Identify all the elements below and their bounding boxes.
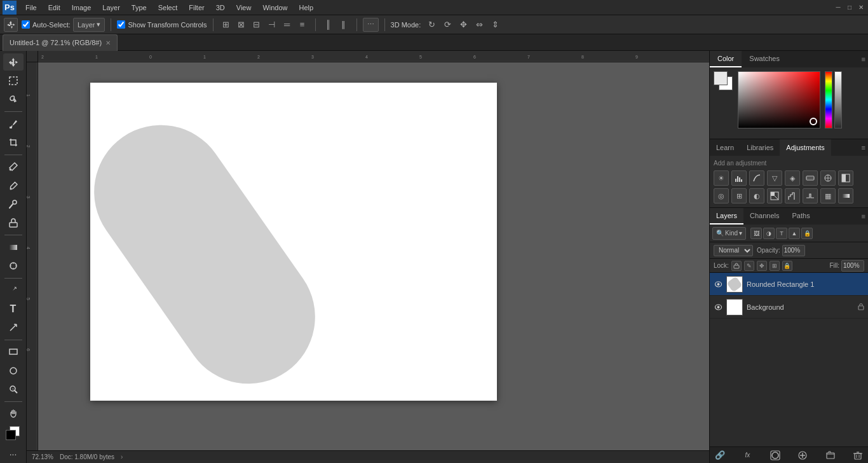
menu-view[interactable]: View (231, 3, 257, 13)
canvas-area[interactable]: 2 1 0 1 2 3 4 5 6 7 8 9 1 2 3 4 5 (27, 51, 709, 463)
add-mask-btn[interactable] (769, 449, 782, 462)
selective-color-btn[interactable]: ▦ (820, 188, 836, 204)
threshold-btn[interactable] (803, 188, 818, 204)
tab-paths[interactable]: Paths (786, 208, 817, 225)
filter-shape-layers[interactable]: ▲ (789, 228, 800, 239)
posterize-btn[interactable] (785, 188, 800, 204)
hue-saturation-btn[interactable] (803, 170, 818, 186)
invert-btn[interactable] (767, 188, 782, 204)
fill-input[interactable] (841, 260, 864, 272)
align-right-edges[interactable]: ⊟ (250, 18, 264, 32)
show-transform-checkbox[interactable] (117, 20, 125, 29)
more-tools-button[interactable]: ··· (3, 446, 24, 463)
layers-panel-options[interactable]: ≡ (862, 212, 865, 220)
layer-dropdown[interactable]: Layer ▾ (73, 18, 105, 32)
maximize-button[interactable]: □ (845, 3, 854, 12)
tab-color[interactable]: Color (710, 51, 742, 67)
lasso-tool[interactable] (3, 91, 24, 108)
tab-libraries[interactable]: Libraries (740, 139, 780, 156)
lock-transparent-pixels[interactable] (731, 261, 742, 271)
zoom-tool[interactable]: + (3, 381, 24, 398)
opacity-slider[interactable] (834, 71, 842, 128)
align-top-edges[interactable]: ⊣ (265, 18, 279, 32)
3d-roll[interactable]: ⟳ (440, 18, 454, 32)
hue-slider[interactable] (825, 71, 832, 128)
move-tool[interactable] (3, 53, 24, 71)
brush-tool[interactable] (3, 177, 24, 194)
status-expand[interactable]: › (121, 453, 123, 460)
minimize-button[interactable]: ─ (834, 3, 843, 12)
layer-row[interactable]: Background (710, 296, 868, 319)
menu-edit[interactable]: Edit (43, 3, 65, 13)
blur-tool[interactable] (3, 257, 24, 274)
pen-tool[interactable] (3, 282, 24, 299)
tab-channels[interactable]: Channels (743, 208, 785, 225)
crop-tool[interactable] (3, 134, 24, 151)
filter-smart-layers[interactable]: 🔒 (801, 228, 813, 239)
tab-swatches[interactable]: Swatches (742, 51, 787, 67)
foreground-color-swatch[interactable] (714, 71, 728, 85)
black-white-btn[interactable] (838, 170, 853, 186)
vibrance-btn[interactable]: ◈ (785, 170, 800, 186)
tab-adjustments[interactable]: Adjustments (780, 139, 831, 156)
tab-layers[interactable]: Layers (710, 208, 743, 225)
3d-pan[interactable]: ✥ (456, 18, 470, 32)
selection-tool[interactable] (3, 72, 24, 89)
color-gradient[interactable] (738, 71, 820, 128)
tab-learn[interactable]: Learn (710, 139, 740, 156)
curves-btn[interactable] (749, 170, 764, 186)
align-centers-v[interactable]: ═ (280, 18, 294, 32)
menu-help[interactable]: Help (294, 3, 319, 13)
add-adjustment-layer-btn[interactable] (796, 449, 809, 462)
layer-visibility-rounded-rect[interactable] (714, 280, 722, 289)
channel-mixer-btn[interactable]: ⊞ (731, 188, 747, 204)
menu-layer[interactable]: Layer (97, 3, 125, 13)
eyedropper-tool[interactable] (3, 115, 24, 132)
3d-slide[interactable]: ⇔ (472, 18, 486, 32)
filter-type-layers[interactable]: T (776, 228, 787, 239)
close-button[interactable]: ✕ (857, 3, 865, 12)
rectangle-tool[interactable] (3, 343, 24, 361)
lock-artboard[interactable]: ⊞ (770, 261, 780, 271)
align-bottom-edges[interactable]: ≡ (295, 18, 309, 32)
clone-stamp-tool[interactable] (3, 195, 24, 212)
menu-select[interactable]: Select (153, 3, 183, 13)
menu-image[interactable]: Image (67, 3, 97, 13)
filter-adjustment-layers[interactable]: ◑ (763, 228, 775, 239)
color-lookup-btn[interactable]: ◐ (749, 188, 764, 204)
document-tab[interactable]: Untitled-1 @ 72.1% (RGB/8#) ✕ (3, 34, 118, 51)
hand-tool[interactable] (3, 405, 24, 422)
gradient-tool[interactable] (3, 238, 24, 256)
gradient-map-btn[interactable] (838, 188, 853, 204)
filter-pixel-layers[interactable]: 🖼 (750, 228, 762, 239)
link-layers-btn[interactable]: 🔗 (714, 449, 726, 462)
eraser-tool[interactable] (3, 214, 24, 232)
menu-file[interactable]: File (20, 3, 42, 13)
3d-scale[interactable]: ⇕ (488, 18, 502, 32)
layer-row[interactable]: Rounded Rectangle 1 (710, 273, 868, 296)
shape-tool[interactable] (3, 362, 24, 379)
layer-visibility-background[interactable] (714, 303, 722, 312)
exposure-btn[interactable]: ▽ (767, 170, 782, 186)
lock-position[interactable]: ✥ (757, 261, 767, 271)
kind-filter-btn[interactable]: 🔍 Kind ▾ (712, 227, 746, 240)
path-selection-tool[interactable] (3, 319, 24, 336)
levels-btn[interactable] (731, 170, 747, 186)
photo-filter-btn[interactable]: ◎ (714, 188, 729, 204)
tab-close-button[interactable]: ✕ (105, 39, 111, 46)
align-left-edges[interactable]: ⊞ (219, 18, 233, 32)
distribute-v[interactable]: ∥ (337, 18, 351, 32)
layer-effects-btn[interactable]: fx (741, 449, 754, 462)
menu-window[interactable]: Window (257, 3, 292, 13)
blend-mode-select[interactable]: Normal Multiply Screen (714, 245, 753, 256)
healing-brush-tool[interactable] (3, 158, 24, 176)
align-centers-h[interactable]: ⊠ (234, 18, 248, 32)
move-tool-icon[interactable] (4, 18, 18, 32)
text-tool[interactable]: T (3, 300, 24, 317)
delete-layer-btn[interactable] (851, 449, 864, 462)
auto-select-checkbox[interactable] (22, 20, 30, 29)
adj-panel-options[interactable]: ≡ (862, 144, 865, 151)
opacity-input[interactable] (782, 245, 805, 256)
foreground-background-colors[interactable] (3, 424, 24, 445)
color-panel-options[interactable]: ≡ (862, 55, 865, 63)
